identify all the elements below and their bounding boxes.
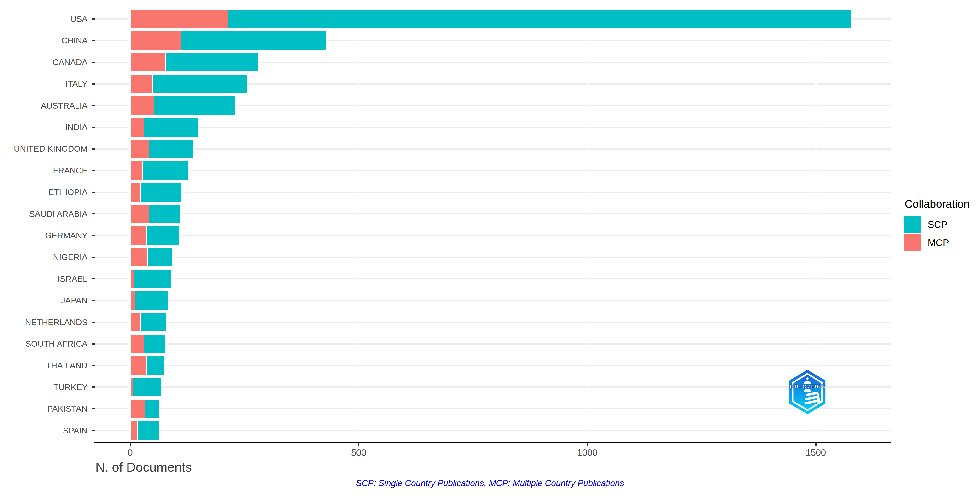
bar-segment-mcp — [130, 248, 148, 267]
bar-segment-scp — [140, 312, 166, 332]
legend-key-scp: SCP — [904, 216, 970, 233]
y-axis-label: PAKISTAN — [0, 403, 88, 415]
y-axis-tick — [92, 300, 95, 301]
x-axis-tick-label: 1000 — [563, 448, 611, 458]
x-axis-tick — [815, 443, 816, 447]
bar-segment-mcp — [130, 399, 145, 419]
bar-segment-scp — [165, 52, 258, 72]
x-axis-tick-label: 500 — [335, 448, 383, 458]
y-axis-tick — [92, 213, 95, 215]
plot-panel — [94, 3, 891, 443]
bar-segment-mcp — [130, 52, 166, 72]
gridline-row — [94, 170, 891, 171]
gridline-vertical-white — [358, 3, 360, 443]
bar-segment-scp — [228, 10, 851, 29]
y-axis-tick — [92, 192, 95, 193]
x-axis-tick — [130, 443, 131, 447]
bar-segment-scp — [146, 226, 179, 245]
bar-segment-mcp — [130, 74, 153, 94]
y-axis-label: CHINA — [0, 35, 88, 46]
y-axis-tick — [92, 40, 95, 41]
bar-segment-scp — [149, 204, 180, 224]
bibliometrix-logo: BIBLIOMETRIX — [788, 369, 827, 415]
gridline-row — [94, 430, 891, 431]
x-axis-title: N. of Documents — [95, 459, 192, 474]
x-axis-tick — [358, 443, 360, 447]
gridline-row — [94, 148, 891, 149]
bar-segment-scp — [142, 161, 189, 180]
gridline-row — [94, 300, 891, 301]
bar-segment-scp — [181, 31, 326, 50]
bar-segment-scp — [144, 334, 166, 354]
most-relevant-countries-chart: USACHINACANADAITALYAUSTRALIAINDIAUNITED … — [0, 0, 980, 496]
x-axis-tick — [587, 443, 588, 447]
y-axis-tick — [92, 62, 95, 63]
bar-segment-scp — [135, 291, 169, 310]
gridline-row — [94, 386, 891, 388]
x-axis-line — [94, 442, 891, 443]
gridline-row — [94, 278, 891, 280]
y-axis-label: NIGERIA — [0, 251, 88, 263]
bar-segment-scp — [144, 118, 198, 137]
gridline-vertical-white — [587, 3, 588, 443]
y-axis-label: CANADA — [0, 57, 88, 68]
y-axis-label: JAPAN — [0, 295, 88, 306]
gridline-row — [94, 127, 891, 128]
y-axis-label: ISRAEL — [0, 273, 88, 285]
y-axis-tick — [92, 235, 95, 236]
legend-swatch-scp — [904, 216, 921, 233]
gridline-row — [94, 408, 891, 410]
bar-segment-mcp — [130, 226, 147, 245]
bar-segment-mcp — [130, 96, 154, 115]
bar-segment-mcp — [130, 356, 147, 375]
y-axis-tick — [92, 19, 95, 20]
y-axis-label: FRANCE — [0, 165, 88, 176]
bar-segment-mcp — [130, 204, 150, 224]
bar-segment-mcp — [130, 334, 145, 354]
legend-title: Collaboration — [905, 197, 970, 210]
bar-segment-scp — [154, 96, 235, 115]
caption-scp-mcp-definition: SCP: Single Country Publications, MCP: M… — [0, 478, 980, 488]
bar-segment-scp — [153, 74, 247, 94]
gridline-row — [94, 365, 891, 366]
legend-keys: SCPMCP — [904, 216, 970, 251]
y-axis-tick — [92, 365, 95, 366]
bar-segment-mcp — [130, 312, 141, 332]
y-axis-label: ITALY — [0, 78, 88, 90]
bar-segment-scp — [140, 183, 181, 202]
y-axis-label: TURKEY — [0, 382, 88, 393]
y-axis-tick — [92, 278, 95, 280]
x-axis-tick-label: 0 — [106, 448, 154, 458]
y-axis-label: SOUTH AFRICA — [0, 338, 88, 350]
gridline-row — [94, 257, 891, 258]
logo-lighthouse-knob — [806, 377, 808, 380]
y-axis-tick — [92, 343, 95, 345]
bar-segment-scp — [145, 399, 160, 419]
y-axis-tick — [92, 408, 95, 410]
legend-label: MCP — [928, 237, 949, 248]
y-axis-tick — [92, 257, 95, 258]
bar-segment-scp — [134, 269, 171, 288]
bar-segment-scp — [146, 356, 164, 375]
y-axis-tick — [92, 321, 95, 323]
gridline-row — [94, 235, 891, 236]
bar-segment-mcp — [130, 10, 229, 29]
bar-segment-mcp — [130, 139, 150, 159]
gridline-row — [94, 343, 891, 345]
y-axis-tick — [92, 430, 95, 431]
y-axis-label: UNITED KINGDOM — [0, 143, 88, 154]
bar-segment-scp — [148, 248, 173, 267]
y-axis-label: SAUDI ARABIA — [0, 208, 88, 220]
y-axis-tick — [92, 127, 95, 128]
y-axis-tick — [92, 148, 95, 149]
legend-key-mcp: MCP — [904, 234, 970, 251]
bibliometrix-logo-svg: BIBLIOMETRIX — [788, 369, 827, 415]
bar-segment-mcp — [130, 183, 141, 202]
y-axis-label: NETHERLANDS — [0, 316, 88, 328]
bar-segment-mcp — [130, 161, 143, 180]
y-axis-label: ETHIOPIA — [0, 186, 88, 198]
legend-swatch-mcp — [904, 234, 921, 251]
bar-segment-mcp — [130, 31, 181, 50]
bar-segment-scp — [137, 421, 159, 440]
logo-wordmark: BIBLIOMETRIX — [790, 383, 825, 389]
